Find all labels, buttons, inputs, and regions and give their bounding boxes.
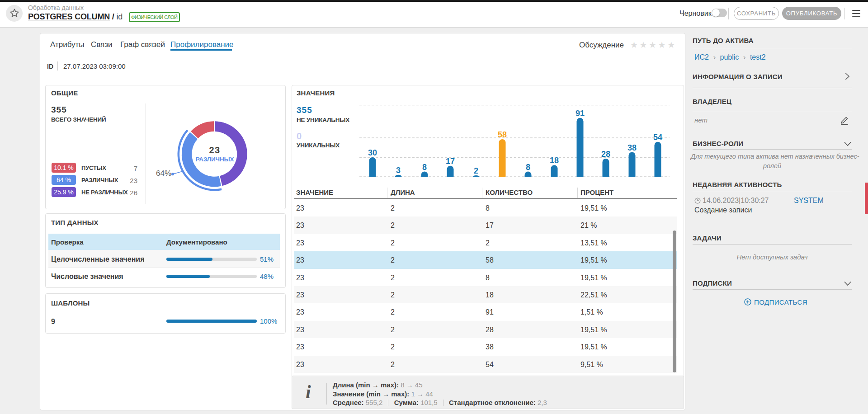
svg-text:38: 38 xyxy=(627,143,637,152)
svg-text:91: 91 xyxy=(576,109,585,118)
svg-text:17: 17 xyxy=(446,157,455,166)
svg-text:8: 8 xyxy=(526,163,530,172)
svg-text:8: 8 xyxy=(422,163,427,172)
svg-text:30: 30 xyxy=(368,148,377,157)
svg-text:54: 54 xyxy=(653,133,662,142)
svg-text:3: 3 xyxy=(396,166,401,175)
svg-text:2: 2 xyxy=(474,166,478,175)
svg-text:18: 18 xyxy=(550,156,559,165)
svg-text:58: 58 xyxy=(498,130,507,139)
svg-text:28: 28 xyxy=(601,150,610,159)
